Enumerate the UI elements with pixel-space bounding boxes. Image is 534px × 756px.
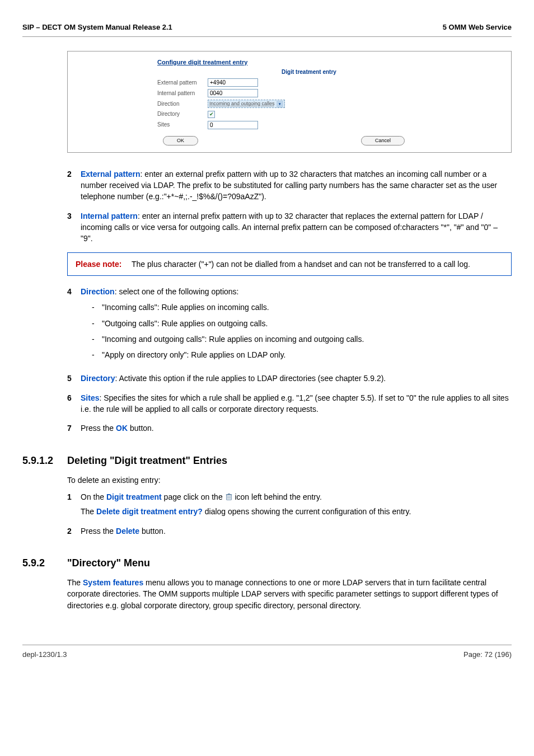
page-footer: depl-1230/1.3 Page: 72 (196) [22,645,512,660]
note-label: Please note: [76,259,132,270]
section-heading-directory: 5.9.2 "Directory" Menu [22,556,512,570]
list-item: -"Outgoing calls": Rule applies on outgo… [92,318,512,329]
page-header: SIP – DECT OM System Manual Release 2.1 … [22,22,512,37]
step-number: 1 [67,491,81,518]
step-number: 2 [67,525,81,537]
step-number: 6 [67,392,81,415]
svg-rect-4 [226,494,232,495]
directory-paragraph: The System features menu allows you to m… [67,577,512,611]
step-6: 6 Sites: Specifies the sites for which a… [67,392,512,415]
label-direction: Direction [157,100,208,109]
config-dialog-screenshot: Configure digit treatment entry Digit tr… [67,51,512,153]
label-internal-pattern: Internal pattern [157,90,208,98]
row-internal-pattern: Internal pattern [157,88,410,98]
note-text: The plus character ("+") can not be dial… [132,259,503,270]
label-directory: Directory [157,110,208,119]
row-directory: Directory ✔ [157,109,410,120]
step-term: Sites [81,393,99,402]
row-external-pattern: External pattern [157,77,410,88]
step-2: 2 Press the Delete button. [67,525,512,537]
row-direction: Direction Incoming and outgoing calles ▾ [157,98,410,109]
select-direction[interactable]: Incoming and outgoing calles ▾ [208,100,285,108]
section-title: Deleting "Digit treatment" Entries [67,453,227,468]
step-text: : Activate this option if the rule appli… [115,374,386,383]
cancel-button[interactable]: Cancel [361,136,405,145]
step-2: 2 External pattern: enter an external pr… [67,168,512,203]
step-number: 2 [67,168,81,203]
list-item: -"Incoming calls": Rule applies on incom… [92,302,512,313]
intro-text: To delete an existing entry: [67,475,512,486]
trash-icon [225,493,233,501]
section-title: "Directory" Menu [67,556,150,570]
section-number: 5.9.1.2 [22,453,67,468]
svg-rect-5 [228,494,230,494]
delete-steps: 1 On the Digit treatment page click on t… [67,491,512,537]
step-4: 4 Direction: select one of the following… [67,286,512,365]
chevron-down-icon: ▾ [277,101,283,107]
list-item: -"Apply on directory only": Rule applies… [92,349,512,360]
note-box: Please note: The plus character ("+") ca… [67,252,512,276]
label-sites: Sites [157,121,208,129]
step-text: : enter an internal prefix pattern with … [81,212,498,243]
section-heading-deleting: 5.9.1.2 Deleting "Digit treatment" Entri… [22,453,512,468]
steps-list-a: 2 External pattern: enter an external pr… [67,168,512,245]
step-text: : enter an external prefix pattern with … [81,170,497,201]
step-number: 5 [67,373,81,384]
footer-right: Page: 72 (196) [463,650,512,660]
step-number: 3 [67,210,81,245]
select-direction-value: Incoming and outgoing calles [209,100,275,107]
row-sites: Sites [157,120,410,130]
step-text: : select one of the following options: [115,287,239,296]
dialog-title: Configure digit treatment entry [157,58,410,67]
label-external-pattern: External pattern [157,79,208,87]
step-term: OK [116,424,128,433]
ok-button[interactable]: OK [163,136,198,145]
step-5: 5 Directory: Activate this option if the… [67,373,512,384]
section-number: 5.9.2 [22,556,67,570]
step-term: Internal pattern [81,212,138,220]
step-term: Directory [81,374,115,383]
step-1: 1 On the Digit treatment page click on t… [67,491,512,518]
list-item: -"Incoming and outgoing calls": Rule app… [92,334,512,345]
direction-options: -"Incoming calls": Rule applies on incom… [81,302,512,360]
step-7: 7 Press the OK button. [67,422,512,434]
input-internal-pattern[interactable] [208,89,258,97]
header-right: 5 OMM Web Service [443,22,512,33]
step-term: Direction [81,287,115,296]
dialog-subtitle: Digit treatment entry [208,68,410,77]
step-number: 4 [67,286,81,365]
footer-left: depl-1230/1.3 [22,650,67,660]
header-left: SIP – DECT OM System Manual Release 2.1 [22,22,172,33]
input-external-pattern[interactable] [208,78,258,87]
steps-list-b: 4 Direction: select one of the following… [67,286,512,434]
step-number: 7 [67,422,81,434]
step-text: : Specifies the sites for which a rule s… [81,393,509,414]
step-3: 3 Internal pattern: enter an internal pr… [67,210,512,245]
input-sites[interactable] [208,121,258,129]
checkbox-directory[interactable]: ✔ [208,111,215,118]
step-term: External pattern [81,170,140,179]
